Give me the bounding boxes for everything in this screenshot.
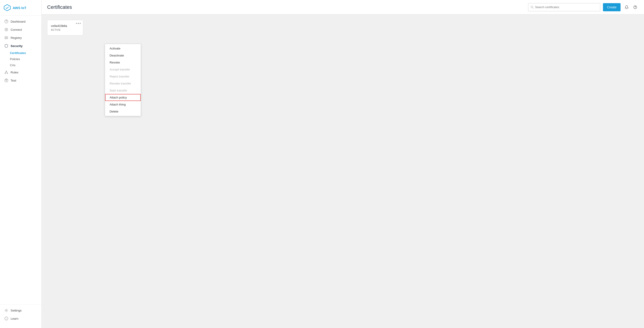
sidebar-item-rules[interactable]: Rules — [0, 68, 42, 76]
sidebar-item-policies-label: Policies — [10, 57, 20, 61]
sidebar-item-settings-label: Settings — [10, 309, 22, 312]
question-icon — [633, 5, 637, 9]
menu-item-start-transfer: Start transfer — [105, 87, 141, 94]
svg-point-20 — [634, 6, 637, 9]
menu-item-delete[interactable]: Delete — [105, 108, 141, 115]
top-bar-right: Create — [528, 3, 638, 11]
sidebar-item-cas-label: CAs — [10, 64, 16, 67]
sidebar-item-dashboard[interactable]: Dashboard — [0, 17, 42, 26]
search-icon — [530, 6, 534, 9]
sidebar-item-connect[interactable]: Connect — [0, 26, 42, 34]
aws-iot-logo-icon — [4, 4, 11, 11]
sidebar-item-test[interactable]: Test — [0, 76, 42, 84]
certificate-id: ce9a433b8a — [51, 24, 79, 28]
bell-icon — [624, 5, 629, 9]
dot-2 — [78, 23, 79, 24]
svg-point-15 — [6, 310, 7, 311]
svg-point-10 — [7, 73, 8, 74]
top-bar: Certificates Create — [42, 0, 644, 15]
menu-item-activate[interactable]: Activate — [105, 45, 141, 52]
certificate-status: ACTIVE — [51, 29, 79, 31]
create-button[interactable]: Create — [603, 3, 620, 11]
app-name-label: AWS IoT — [13, 6, 26, 10]
settings-icon — [4, 308, 8, 312]
svg-point-9 — [5, 73, 6, 74]
svg-marker-0 — [4, 5, 10, 11]
sidebar-item-certificates[interactable]: Certificates — [0, 50, 42, 56]
svg-text:i: i — [6, 317, 6, 320]
sidebar-item-cas[interactable]: CAs — [0, 62, 42, 68]
dot-1 — [76, 23, 77, 24]
dot-3 — [80, 23, 81, 24]
menu-item-reject-transfer: Reject transfer — [105, 73, 141, 80]
svg-rect-5 — [5, 37, 8, 39]
svg-point-13 — [5, 79, 8, 82]
svg-line-11 — [6, 72, 6, 73]
main-content: Certificates Create — [42, 0, 644, 328]
card-menu-dots[interactable] — [76, 23, 81, 24]
app-name-text: AWS IoT — [13, 6, 26, 10]
menu-item-attach-policy[interactable]: Attach policy — [105, 94, 141, 101]
sidebar-item-certificates-label: Certificates — [10, 51, 26, 55]
sidebar-item-settings[interactable]: Settings — [0, 306, 42, 314]
sidebar-item-security-label: Security — [10, 44, 22, 48]
test-icon — [4, 78, 8, 82]
registry-icon — [4, 36, 8, 40]
connect-icon — [4, 28, 8, 32]
sidebar-item-registry[interactable]: Registry — [0, 34, 42, 42]
sidebar-item-security[interactable]: Security — [0, 42, 42, 50]
help-button[interactable] — [632, 4, 638, 11]
svg-line-12 — [6, 72, 8, 73]
sidebar-item-learn-label: Learn — [10, 317, 18, 320]
menu-item-attach-thing[interactable]: Attach thing — [105, 101, 141, 108]
content-area: ce9a433b8a ACTIVE Activate Deactivate Re… — [42, 15, 644, 328]
sidebar-item-dashboard-label: Dashboard — [10, 20, 26, 23]
sidebar-item-test-label: Test — [10, 79, 16, 82]
search-box[interactable] — [528, 3, 600, 11]
menu-item-accept-transfer: Accept transfer — [105, 66, 141, 73]
svg-point-8 — [6, 71, 7, 72]
certificate-card[interactable]: ce9a433b8a ACTIVE — [47, 20, 83, 36]
sidebar-item-policies[interactable]: Policies — [0, 56, 42, 62]
search-input[interactable] — [535, 6, 598, 9]
sidebar-item-rules-label: Rules — [10, 71, 18, 74]
page-title: Certificates — [47, 4, 72, 10]
sidebar: AWS IoT Dashboard Connect — [0, 0, 42, 328]
security-icon — [4, 44, 8, 48]
app-logo: AWS IoT — [0, 0, 42, 16]
menu-item-deactivate[interactable]: Deactivate — [105, 52, 141, 59]
sidebar-item-connect-label: Connect — [10, 28, 22, 31]
sidebar-item-learn[interactable]: i Learn — [0, 314, 42, 322]
rules-icon — [4, 70, 8, 74]
sidebar-item-registry-label: Registry — [10, 36, 22, 40]
sidebar-bottom: Settings i Learn — [0, 304, 42, 324]
context-menu: Activate Deactivate Revoke Accept transf… — [105, 44, 141, 116]
notifications-button[interactable] — [623, 4, 630, 11]
menu-item-revoke[interactable]: Revoke — [105, 59, 141, 66]
learn-icon: i — [4, 316, 8, 320]
svg-point-18 — [531, 6, 532, 8]
dashboard-icon — [4, 20, 8, 24]
menu-item-revoke-transfer: Revoke transfer — [105, 80, 141, 87]
sidebar-nav: Dashboard Connect Registry Security — [0, 16, 42, 304]
top-bar-icons — [623, 4, 638, 11]
svg-point-4 — [5, 28, 8, 31]
svg-line-19 — [532, 8, 534, 9]
